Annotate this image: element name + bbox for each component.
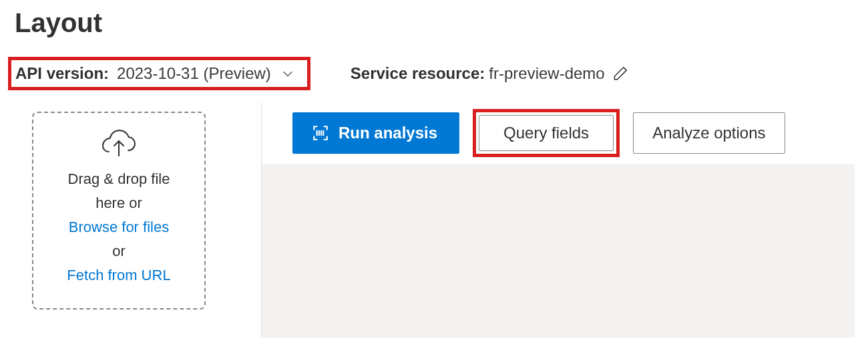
api-version-label: API version: <box>15 64 109 83</box>
toolbar: Run analysis Query fields Analyze option… <box>262 102 855 164</box>
analyze-options-label: Analyze options <box>652 124 765 142</box>
file-panel: Drag & drop file here or Browse for file… <box>13 102 262 336</box>
upload-cloud-icon <box>100 129 138 162</box>
fetch-url-link[interactable]: Fetch from URL <box>45 264 192 287</box>
service-resource-block: Service resource: fr-preview-demo <box>351 64 629 83</box>
api-version-dropdown[interactable]: API version: 2023-10-31 (Preview) <box>8 57 310 90</box>
dropzone-text-2: here or <box>45 192 192 215</box>
query-fields-highlight: Query fields <box>473 109 620 157</box>
dropzone-text-1: Drag & drop file <box>45 168 192 191</box>
service-resource-label: Service resource: <box>351 64 485 83</box>
edit-icon[interactable] <box>612 65 629 82</box>
dropzone-or: or <box>45 240 192 263</box>
query-fields-button[interactable]: Query fields <box>479 115 614 151</box>
service-resource-value: fr-preview-demo <box>489 64 604 83</box>
chevron-down-icon <box>280 66 295 81</box>
browse-files-link[interactable]: Browse for files <box>45 216 192 239</box>
run-analysis-button[interactable]: Run analysis <box>292 112 459 154</box>
meta-row: API version: 2023-10-31 (Preview) Servic… <box>13 57 855 90</box>
page-title: Layout <box>15 8 855 38</box>
file-dropzone[interactable]: Drag & drop file here or Browse for file… <box>32 112 206 310</box>
query-fields-label: Query fields <box>503 124 589 142</box>
document-canvas <box>262 164 855 338</box>
run-analysis-label: Run analysis <box>339 124 437 142</box>
scan-icon <box>312 124 329 142</box>
analyze-options-button[interactable]: Analyze options <box>633 112 785 154</box>
api-version-value: 2023-10-31 (Preview) <box>117 64 271 83</box>
